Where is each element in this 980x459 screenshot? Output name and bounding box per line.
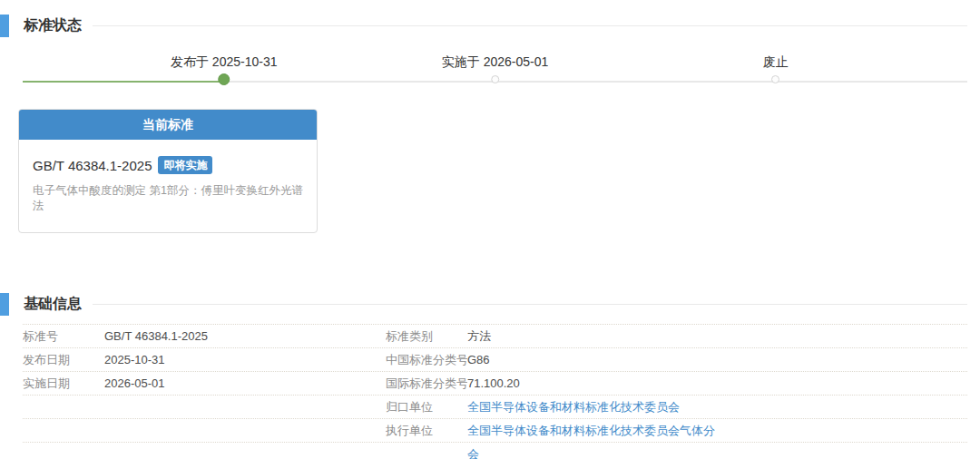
row-label — [23, 419, 104, 442]
basic-info-section-header: 基础信息 — [0, 278, 980, 317]
timeline-step-label: 发布于 2025-10-31 — [171, 53, 278, 71]
row-label: 执行单位 — [386, 419, 467, 442]
row-value: 全国半导体设备和材料标准化技术委员会气体分 — [467, 419, 967, 442]
executing-unit-link[interactable]: 全国半导体设备和材料标准化技术委员会气体分 — [467, 424, 715, 437]
section-marker-bar — [0, 15, 9, 37]
basic-info-section-title: 基础信息 — [24, 295, 82, 314]
basic-info-table: 标准号 GB/T 46384.1-2025 标准类别 方法 发布日期 2025-… — [23, 324, 967, 459]
row-label: 标准类别 — [386, 325, 467, 347]
row-value: 71.100.20 — [467, 372, 967, 395]
table-row: 会 — [23, 443, 967, 459]
status-badge: 即将实施 — [158, 156, 212, 174]
row-label — [23, 443, 104, 459]
timeline-dot-pending-icon — [491, 75, 499, 83]
table-row: 标准号 GB/T 46384.1-2025 标准类别 方法 — [23, 325, 967, 348]
status-timeline: 发布于 2025-10-31 实施于 2026-05-01 废止 — [23, 53, 967, 93]
row-value: 2025-10-31 — [104, 348, 386, 371]
row-value — [104, 443, 386, 459]
row-value: 方法 — [467, 325, 967, 347]
timeline-step-abolished: 废止 — [763, 53, 789, 83]
committee-link[interactable]: 全国半导体设备和材料标准化技术委员会 — [467, 400, 680, 414]
timeline-dot-pending-icon — [771, 75, 779, 83]
row-label: 国际标准分类号 — [386, 372, 467, 395]
row-label — [23, 396, 104, 418]
standard-number: GB/T 46384.1-2025 — [33, 158, 152, 173]
timeline-step-label: 废止 — [763, 53, 789, 71]
row-label — [386, 443, 467, 459]
row-label: 发布日期 — [23, 348, 104, 371]
status-section-title: 标准状态 — [24, 16, 82, 35]
timeline-step-effective: 实施于 2026-05-01 — [442, 53, 549, 83]
row-value — [104, 419, 386, 442]
table-row: 发布日期 2025-10-31 中国标准分类号 G86 — [23, 348, 967, 372]
row-value: GB/T 46384.1-2025 — [104, 325, 386, 347]
timeline-dot-done-icon — [218, 73, 230, 85]
current-standard-card: 当前标准 GB/T 46384.1-2025即将实施 电子气体中酸度的测定 第1… — [18, 109, 318, 233]
table-row: 实施日期 2026-05-01 国际标准分类号 71.100.20 — [23, 372, 967, 396]
row-label: 中国标准分类号 — [386, 348, 467, 371]
table-row: 执行单位 全国半导体设备和材料标准化技术委员会气体分 — [23, 419, 967, 443]
row-value: 会 — [467, 443, 967, 459]
timeline-step-published: 发布于 2025-10-31 — [171, 53, 278, 85]
table-row: 归口单位 全国半导体设备和材料标准化技术委员会 — [23, 396, 967, 419]
row-value: 2026-05-01 — [104, 372, 386, 395]
standard-title-text: 电子气体中酸度的测定 第1部分：傅里叶变换红外光谱法 — [33, 183, 303, 214]
current-standard-card-body: GB/T 46384.1-2025即将实施 电子气体中酸度的测定 第1部分：傅里… — [19, 140, 317, 232]
row-label: 实施日期 — [23, 372, 104, 395]
timeline-step-label: 实施于 2026-05-01 — [442, 53, 549, 71]
current-standard-card-header: 当前标准 — [19, 110, 317, 140]
row-value — [104, 396, 386, 418]
section-divider-line — [93, 25, 967, 26]
row-value: 全国半导体设备和材料标准化技术委员会 — [467, 396, 967, 418]
section-marker-bar — [0, 293, 9, 316]
row-value: G86 — [467, 348, 967, 371]
executing-unit-link-wrap[interactable]: 会 — [467, 447, 479, 459]
status-section-header: 标准状态 — [0, 0, 980, 38]
row-label: 标准号 — [23, 325, 104, 347]
section-divider-line — [93, 304, 967, 305]
row-label: 归口单位 — [386, 396, 467, 418]
